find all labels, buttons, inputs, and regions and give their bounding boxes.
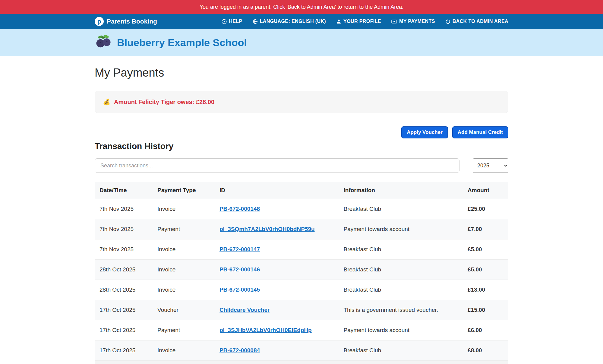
parents-booking-logo-icon: p [95,17,104,26]
page-title: My Payments [95,66,508,79]
transaction-id-link[interactable]: PB-672-000148 [219,206,260,212]
search-transactions-input[interactable] [95,158,459,173]
transaction-amount: £7.00 [463,219,508,239]
transaction-info: Breakfast Club [339,260,463,280]
transaction-date: 17th Oct 2025 [95,340,153,361]
nav-item-label: BACK TO ADMIN AREA [453,19,508,24]
top-navbar: p Parents Booking ? HELP LANGUAGE: ENGLI… [0,14,603,29]
transaction-row: 28th Oct 2025 Invoice PB-672-000145 Brea… [95,280,508,300]
transaction-id-link[interactable]: Childcare Voucher [219,307,270,313]
year-filter-select[interactable]: 2025 [473,158,508,173]
power-icon [445,19,450,24]
header-amount: Amount [463,182,508,199]
payment-actions: Apply Voucher Add Manual Credit [95,126,508,138]
transaction-id-cell: Childcare Voucher [215,300,339,320]
transaction-id-cell: PB-672-000147 [215,239,339,260]
transaction-type: Invoice [153,260,215,280]
transaction-id-link[interactable]: PB-672-000147 [219,246,260,252]
nav-item-label: MY PAYMENTS [399,19,435,24]
payments-icon [391,19,397,24]
nav-item-back-to-admin[interactable]: BACK TO ADMIN AREA [445,19,508,24]
transaction-id-cell: pi_3SJHbVA2LbV0rhOH0EiEdpHp [215,320,339,340]
transaction-id-cell: pi_3SQmh7A2LbV0rhOH0bdNP59u [215,219,339,239]
parents-booking-brand[interactable]: p Parents Booking [95,17,157,26]
transaction-amount: £6.00 [463,320,508,340]
transaction-filters: 2025 [95,158,508,173]
transaction-row: 17th Oct 2025 Payment pi_3SJHbVA2LbV0rhO… [95,320,508,340]
apply-voucher-button[interactable]: Apply Voucher [401,126,448,138]
svg-text:?: ? [223,20,225,23]
transaction-id-link[interactable]: PB-672-000145 [219,286,260,293]
transaction-info: Payment towards account [339,219,463,239]
transaction-type: Invoice [153,340,215,361]
nav-item-help[interactable]: ? HELP [222,19,242,24]
transaction-id-link[interactable]: pi_3SJHbVA2LbV0rhOH0EiEdpHp [219,327,312,333]
transaction-amount: £5.00 [463,260,508,280]
admin-mode-banner: You are logged in as a parent. Click 'Ba… [0,0,603,14]
transaction-id-cell: PB-672-000084 [215,340,339,361]
amount-owed-alert: 💰 Amount Felicity Tiger owes: £28.00 [95,91,508,113]
nav-item-language[interactable]: LANGUAGE: ENGLISH (UK) [253,19,326,24]
transaction-id-link[interactable]: PB-672-000146 [219,266,260,273]
transaction-date: 7th Nov 2025 [95,219,153,239]
header-information: Information [339,182,463,199]
transaction-info: Breakfast Club [339,280,463,300]
nav-item-my-payments[interactable]: MY PAYMENTS [391,19,435,24]
transaction-id-link[interactable]: PB-672-000084 [219,347,260,353]
globe-icon [253,19,258,24]
blueberry-logo [95,34,112,51]
transaction-amount: £8.00 [463,340,508,361]
transaction-type: Invoice [153,280,215,300]
total-row: Total £28.00 [95,361,508,364]
transaction-date: 17th Oct 2025 [95,300,153,320]
transaction-info: Breakfast Club [339,340,463,361]
add-manual-credit-button[interactable]: Add Manual Credit [452,126,508,138]
transaction-row: 7th Nov 2025 Invoice PB-672-000147 Break… [95,239,508,260]
transaction-type: Payment [153,219,215,239]
transaction-amount: £15.00 [463,300,508,320]
header-id: ID [215,182,339,199]
total-amount: £28.00 [463,361,508,364]
school-header: Blueberry Example School [0,29,603,56]
transaction-info: Breakfast Club [339,239,463,260]
nav-item-label: LANGUAGE: ENGLISH (UK) [260,19,326,24]
transaction-amount: £5.00 [463,239,508,260]
nav-item-label: HELP [229,19,242,24]
transaction-id-cell: PB-672-000146 [215,260,339,280]
transaction-id-cell: PB-672-000145 [215,280,339,300]
transaction-info: Breakfast Club [339,199,463,219]
school-name: Blueberry Example School [117,37,247,49]
admin-mode-banner-text: You are logged in as a parent. Click 'Ba… [200,4,404,10]
transaction-id-link[interactable]: pi_3SQmh7A2LbV0rhOH0bdNP59u [219,226,315,232]
transaction-date: 7th Nov 2025 [95,239,153,260]
transaction-table: Date/Time Payment Type ID Information Am… [95,182,508,364]
transaction-row: 17th Oct 2025 Invoice PB-672-000084 Brea… [95,340,508,361]
transaction-info: This is a government issued voucher. [339,300,463,320]
total-label: Total [95,361,463,364]
nav-item-label: YOUR PROFILE [343,19,381,24]
transaction-row: 7th Nov 2025 Payment pi_3SQmh7A2LbV0rhOH… [95,219,508,239]
header-payment-type: Payment Type [153,182,215,199]
transaction-row: 7th Nov 2025 Invoice PB-672-000148 Break… [95,199,508,219]
main-content: My Payments 💰 Amount Felicity Tiger owes… [95,56,508,364]
transaction-info: Payment towards account [339,320,463,340]
transaction-row: 17th Oct 2025 Voucher Childcare Voucher … [95,300,508,320]
table-header-row: Date/Time Payment Type ID Information Am… [95,182,508,199]
transaction-type: Payment [153,320,215,340]
money-bag-icon: 💰 [103,98,110,106]
header-date-time: Date/Time [95,182,153,199]
navbar-menu: ? HELP LANGUAGE: ENGLISH (UK) YOUR PROFI… [222,19,508,24]
transaction-amount: £13.00 [463,280,508,300]
transaction-amount: £25.00 [463,199,508,219]
user-icon [336,19,341,24]
transaction-id-cell: PB-672-000148 [215,199,339,219]
transaction-date: 28th Oct 2025 [95,260,153,280]
transaction-type: Voucher [153,300,215,320]
transaction-table-body: 7th Nov 2025 Invoice PB-672-000148 Break… [95,199,508,361]
transaction-date: 28th Oct 2025 [95,280,153,300]
transaction-date: 17th Oct 2025 [95,320,153,340]
brand-label: Parents Booking [107,18,157,25]
nav-item-your-profile[interactable]: YOUR PROFILE [336,19,381,24]
help-icon: ? [222,19,227,24]
transaction-type: Invoice [153,239,215,260]
